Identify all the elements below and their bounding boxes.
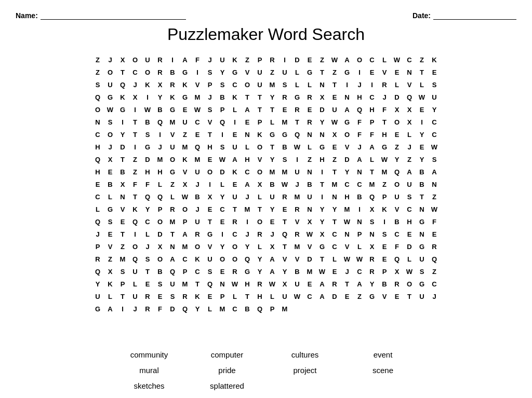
puzzle-cell: K bbox=[229, 166, 241, 178]
puzzle-cell: P bbox=[378, 190, 391, 203]
puzzle-cell: R bbox=[229, 215, 241, 228]
puzzle-cell: L bbox=[104, 190, 116, 203]
puzzle-cell: C bbox=[428, 116, 441, 128]
puzzle-cell: E bbox=[303, 103, 316, 116]
puzzle-cell: T bbox=[229, 203, 241, 215]
puzzle-cell: I bbox=[116, 116, 129, 128]
puzzle-cell: T bbox=[254, 203, 266, 215]
puzzle-cell: S bbox=[204, 66, 216, 78]
puzzle-cell: R bbox=[141, 290, 154, 303]
puzzle-cell: O bbox=[391, 178, 403, 190]
word-item: cultures bbox=[266, 350, 344, 365]
puzzle-cell: E bbox=[303, 278, 316, 290]
puzzle-cell: M bbox=[291, 190, 303, 203]
puzzle-cell: F bbox=[129, 178, 141, 190]
puzzle-cell: S bbox=[403, 190, 416, 203]
puzzle-cell: W bbox=[353, 253, 366, 265]
puzzle-cell: R bbox=[154, 66, 166, 78]
puzzle-cell: R bbox=[154, 53, 166, 66]
puzzle-cell: G bbox=[278, 128, 291, 141]
puzzle-cell: N bbox=[353, 215, 366, 228]
puzzle-cell: C bbox=[366, 53, 378, 66]
puzzle-cell: R bbox=[303, 116, 316, 128]
puzzle-cell: B bbox=[191, 190, 204, 203]
puzzle-cell: C bbox=[366, 91, 378, 103]
puzzle-cell: U bbox=[129, 290, 141, 303]
puzzle-cell: S bbox=[91, 78, 104, 91]
puzzle-cell: H bbox=[91, 166, 104, 178]
puzzle-cell: K bbox=[191, 253, 204, 265]
puzzle-cell: N bbox=[91, 116, 104, 128]
puzzle-cell: I bbox=[216, 228, 229, 240]
puzzle-cell: E bbox=[278, 103, 291, 116]
puzzle-cell: P bbox=[154, 203, 166, 215]
puzzle-cell: R bbox=[278, 190, 291, 203]
puzzle-cell: K bbox=[166, 91, 179, 103]
puzzle-cell: V bbox=[391, 203, 403, 215]
puzzle-cell: U bbox=[403, 178, 416, 190]
puzzle-cell: I bbox=[129, 141, 141, 153]
puzzle-cell: J bbox=[204, 91, 216, 103]
puzzle-cell: O bbox=[353, 53, 366, 66]
puzzle-cell: T bbox=[266, 141, 278, 153]
puzzle-cell: G bbox=[141, 141, 154, 153]
puzzle-cell: M bbox=[303, 265, 316, 278]
puzzle-cell: H bbox=[378, 128, 391, 141]
puzzle-cell: J bbox=[129, 303, 141, 315]
puzzle-cell: B bbox=[141, 116, 154, 128]
puzzle-cell: G bbox=[416, 278, 428, 290]
puzzle-cell: W bbox=[291, 290, 303, 303]
puzzle-cell: M bbox=[166, 215, 179, 228]
puzzle-cell: W bbox=[216, 153, 229, 166]
puzzle-cell: Q bbox=[391, 166, 403, 178]
puzzle-cell: C bbox=[141, 215, 154, 228]
puzzle-cell: H bbox=[254, 290, 266, 303]
word-item bbox=[266, 381, 344, 396]
puzzle-cell: U bbox=[254, 66, 266, 78]
puzzle-cell: T bbox=[278, 240, 291, 253]
puzzle-cell: L bbox=[378, 53, 391, 66]
puzzle-cell: Y bbox=[416, 153, 428, 166]
puzzle-cell: L bbox=[303, 78, 316, 91]
puzzle-cell: E bbox=[378, 240, 391, 253]
puzzle-cell: S bbox=[216, 141, 229, 153]
puzzle-cell: T bbox=[116, 66, 129, 78]
puzzle-cell: I bbox=[366, 78, 378, 91]
puzzle-cell: Q bbox=[179, 303, 191, 315]
puzzle-cell: A bbox=[353, 153, 366, 166]
puzzle-cell: R bbox=[291, 103, 303, 116]
puzzle-cell: G bbox=[179, 66, 191, 78]
puzzle-cell: Y bbox=[278, 265, 291, 278]
puzzle-cell: A bbox=[229, 153, 241, 166]
puzzle-cell: X bbox=[154, 240, 166, 253]
puzzle-cell: U bbox=[141, 53, 154, 66]
puzzle-cell: S bbox=[104, 215, 116, 228]
puzzle-cell: N bbox=[303, 166, 316, 178]
puzzle-cell: H bbox=[154, 166, 166, 178]
puzzle-cell: A bbox=[241, 178, 254, 190]
puzzle-cell: A bbox=[241, 103, 254, 116]
puzzle-cell: C bbox=[403, 203, 416, 215]
puzzle-cell: E bbox=[191, 128, 204, 141]
puzzle-cell: U bbox=[291, 278, 303, 290]
puzzle-cell: Q bbox=[366, 190, 378, 203]
puzzle-cell: N bbox=[316, 128, 328, 141]
puzzle-cell: W bbox=[341, 253, 353, 265]
puzzle-cell: T bbox=[291, 116, 303, 128]
puzzle-cell: C bbox=[328, 240, 341, 253]
puzzle-cell: V bbox=[166, 128, 179, 141]
puzzle-cell: W bbox=[104, 103, 116, 116]
puzzle-cell: U bbox=[229, 141, 241, 153]
puzzle-cell: U bbox=[191, 215, 204, 228]
puzzle-cell: U bbox=[129, 265, 141, 278]
puzzle-cell: O bbox=[254, 215, 266, 228]
puzzle-cell: M bbox=[378, 166, 391, 178]
puzzle-cell: L bbox=[291, 78, 303, 91]
puzzle-cell: W bbox=[191, 103, 204, 116]
puzzle-cell: K bbox=[116, 91, 129, 103]
puzzle-cell: M bbox=[341, 203, 353, 215]
puzzle-cell: E bbox=[378, 253, 391, 265]
puzzle-cell: C bbox=[353, 265, 366, 278]
puzzle-cell: D bbox=[403, 240, 416, 253]
puzzle-cell: B bbox=[416, 166, 428, 178]
